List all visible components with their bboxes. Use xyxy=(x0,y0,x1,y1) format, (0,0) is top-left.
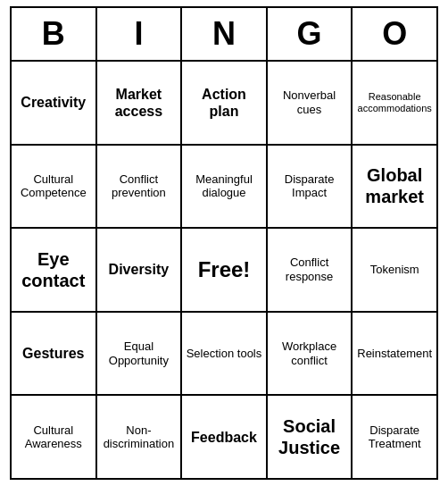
bingo-cell: Cultural Awareness xyxy=(12,396,97,478)
bingo-cell: Creativity xyxy=(12,62,97,144)
bingo-cell: Nonverbal cues xyxy=(268,62,353,144)
bingo-cell: Disparate Treatment xyxy=(353,396,436,478)
bingo-cell: Meaningful dialogue xyxy=(182,146,268,228)
bingo-cell: Selection tools xyxy=(182,313,268,395)
bingo-grid: CreativityMarket accessAction planNonver… xyxy=(12,62,436,478)
bingo-header: BINGO xyxy=(12,8,436,62)
bingo-row: CreativityMarket accessAction planNonver… xyxy=(12,62,436,146)
bingo-cell: Social Justice xyxy=(268,396,353,478)
bingo-row: Cultural CompetenceConflict preventionMe… xyxy=(12,146,436,230)
bingo-cell: Tokenism xyxy=(353,229,436,311)
bingo-cell: Conflict prevention xyxy=(97,146,183,228)
bingo-cell: Action plan xyxy=(182,62,268,144)
header-letter: O xyxy=(353,8,436,60)
bingo-cell: Diversity xyxy=(97,229,183,311)
bingo-cell: Workplace conflict xyxy=(268,313,353,395)
bingo-cell: Market access xyxy=(97,62,183,144)
bingo-cell: Non-discrimination xyxy=(97,396,183,478)
bingo-cell: Feedback xyxy=(182,396,268,478)
bingo-cell: Cultural Competence xyxy=(12,146,97,228)
bingo-cell: Gestures xyxy=(12,313,97,395)
bingo-row: GesturesEqual OpportunitySelection tools… xyxy=(12,313,436,397)
bingo-cell: Free! xyxy=(182,229,268,311)
bingo-cell: Conflict response xyxy=(268,229,353,311)
bingo-row: Eye contactDiversityFree!Conflict respon… xyxy=(12,229,436,313)
bingo-row: Cultural AwarenessNon-discriminationFeed… xyxy=(12,396,436,478)
bingo-cell: Reinstatement xyxy=(353,313,436,395)
header-letter: I xyxy=(97,8,183,60)
header-letter: B xyxy=(12,8,97,60)
bingo-cell: Disparate Impact xyxy=(268,146,353,228)
bingo-cell: Eye contact xyxy=(12,229,97,311)
bingo-card: BINGO CreativityMarket accessAction plan… xyxy=(10,6,438,480)
header-letter: N xyxy=(182,8,268,60)
bingo-cell: Equal Opportunity xyxy=(97,313,183,395)
bingo-cell: Global market xyxy=(353,146,436,228)
bingo-cell: Reasonable accommodations xyxy=(353,62,436,144)
header-letter: G xyxy=(268,8,353,60)
